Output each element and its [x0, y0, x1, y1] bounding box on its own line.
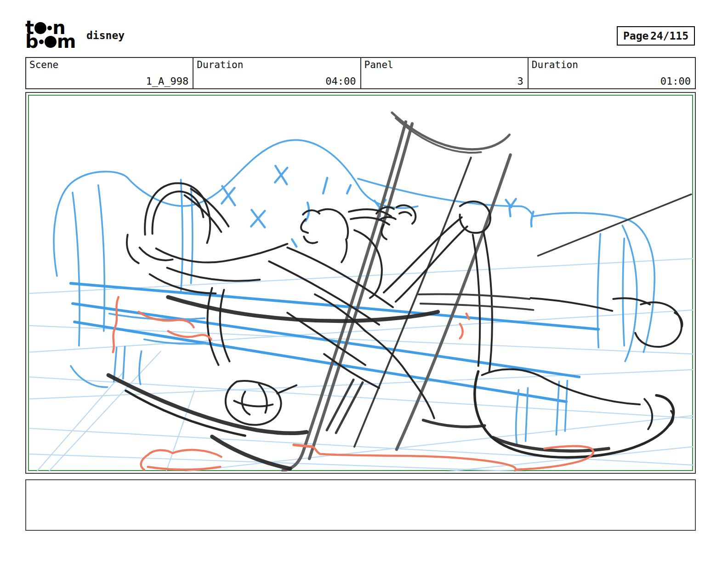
info-label: Scene: [29, 59, 58, 70]
page-indicator: Page 24/115: [617, 26, 695, 46]
logo-letter: m: [57, 34, 76, 48]
info-cell-panel: Panel 3: [360, 58, 528, 88]
info-label: Duration: [197, 59, 243, 70]
logo-dot-icon: [45, 36, 57, 48]
page-value: 24/115: [650, 30, 688, 42]
info-label: Panel: [364, 59, 393, 70]
storyboard-page: tn bm disney Page 24/115 Scene 1_A_998 D…: [0, 0, 728, 563]
storyboard-panel-frame: [25, 92, 696, 474]
project-title: disney: [86, 29, 125, 41]
pole-sketch: [283, 113, 510, 471]
info-cell-scene-duration: Duration 04:00: [193, 58, 360, 88]
storyboard-sketch: [29, 96, 694, 471]
info-cell-scene: Scene 1_A_998: [26, 58, 193, 88]
camera-frame-border: [28, 95, 693, 471]
logo-dot-icon: [47, 26, 52, 30]
info-value: 3: [518, 75, 523, 87]
info-value: 1_A_998: [146, 75, 189, 87]
info-value: 01:00: [660, 75, 691, 87]
info-cell-panel-duration: Duration 01:00: [528, 58, 695, 88]
caption-box: [25, 479, 696, 531]
toonboom-logo: tn bm: [25, 19, 87, 48]
page-label: Page: [623, 30, 648, 42]
info-value: 04:00: [325, 75, 356, 87]
logo-letter: b: [25, 34, 39, 48]
panel-info-bar: Scene 1_A_998 Duration 04:00 Panel 3 Dur…: [25, 57, 696, 89]
logo-dot-icon: [39, 40, 44, 44]
info-label: Duration: [532, 59, 578, 70]
